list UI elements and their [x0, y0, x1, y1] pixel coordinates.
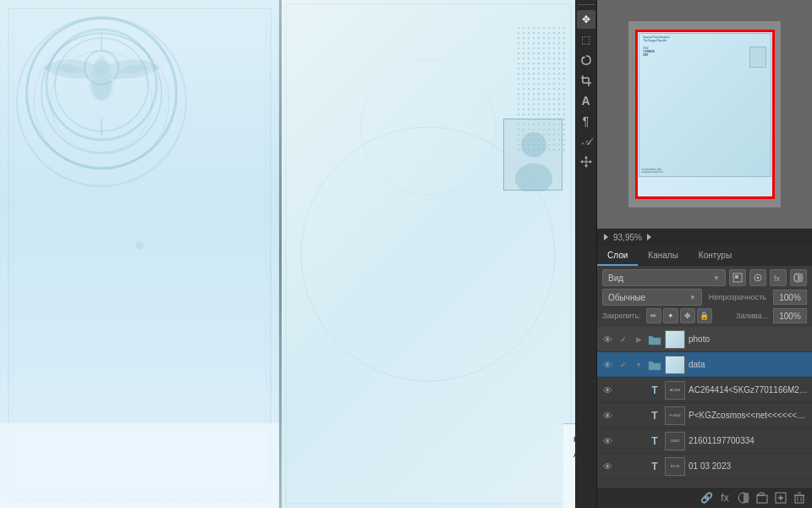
layer-name-date: 01 03 2023: [689, 461, 809, 471]
layer-item-data[interactable]: 👁 ✓ ▼ data: [597, 352, 812, 378]
layer-name-mrz-full: AC264414<5KGz7701166M23030102: [689, 385, 809, 395]
layer-name-data: data: [689, 360, 809, 369]
layer-item-date[interactable]: 👁 ✓ T 01 03 01 03 2023: [597, 454, 812, 479]
ps-toolbar: ✥ ⬚ A ¶ 𝒜: [575, 0, 597, 508]
layer-icon-btn-3[interactable]: fx: [770, 269, 787, 286]
lock-label: Закрепить:: [602, 312, 641, 320]
svg-text:fx: fx: [774, 274, 781, 283]
link-layers-button[interactable]: 🔗: [699, 490, 714, 505]
layer-folder-icon-data: [648, 358, 661, 372]
layer-name-p-line: P<KGZcosmos<<net<<<<<<<<<<<<: [689, 411, 809, 420]
transform-tool[interactable]: [577, 152, 595, 171]
mask-bottom-icon: [738, 492, 749, 504]
lock-artboard-button[interactable]: ✥: [680, 308, 695, 323]
layers-tabs: Слои Каналы Контуры: [597, 246, 812, 266]
type-tool[interactable]: A: [577, 91, 595, 110]
layer-thumb-date: 01 03: [665, 457, 685, 476]
trash-icon: [793, 492, 805, 504]
add-style-button[interactable]: fx: [717, 490, 732, 505]
layer-name-id-number: 21601197700334: [689, 436, 809, 445]
svg-marker-35: [590, 160, 592, 163]
layer-thumb-mrz-full: AC264: [665, 381, 685, 400]
layer-eye-p-line[interactable]: 👁: [601, 409, 614, 422]
new-layer-icon: [732, 273, 743, 283]
new-group-button[interactable]: [754, 490, 770, 505]
tab-channels[interactable]: Каналы: [638, 246, 689, 266]
crop-tool[interactable]: [577, 71, 595, 90]
lock-pixels-button[interactable]: ✏: [646, 308, 661, 323]
svg-marker-34: [580, 160, 583, 163]
layer-eye-data[interactable]: 👁: [601, 358, 614, 372]
opacity-field[interactable]: 100%: [773, 290, 807, 305]
svg-point-16: [94, 60, 109, 75]
layer-eye-id-number[interactable]: 👁: [601, 434, 614, 448]
kind-dropdown[interactable]: Вид ▼: [602, 269, 726, 286]
layer-type-icon-4: T: [648, 460, 661, 473]
lock-all-button[interactable]: 🔒: [697, 308, 712, 323]
layer-thumb-data: [665, 356, 685, 374]
brush-tool[interactable]: 𝒜: [577, 132, 595, 151]
layer-check-p-line: ✓: [617, 410, 629, 422]
group-icon: [756, 492, 768, 504]
photo-placeholder: [503, 119, 562, 190]
layer-eye-date[interactable]: 👁: [601, 460, 614, 473]
data-page: Жалпы жарандык паспорт / Общегражданский…: [282, 0, 575, 508]
canvas-preview[interactable]: Кыргыз Республикасы The Kyrgyz Republic …: [597, 0, 812, 229]
zoom-level: 93,95%: [613, 233, 642, 242]
svg-rect-37: [735, 275, 738, 279]
svg-marker-33: [584, 165, 588, 168]
tab-layers[interactable]: Слои: [597, 246, 638, 266]
layer-check-photo[interactable]: ✓: [617, 334, 629, 345]
layers-bottom: 🔗 fx: [597, 488, 812, 508]
layer-expand-data[interactable]: ▼: [633, 359, 645, 371]
adjustment-icon: [753, 273, 763, 283]
fill-label: Залива...: [736, 312, 768, 320]
lasso-icon: [580, 54, 592, 66]
layers-panel: Слои Каналы Контуры Вид ▼: [597, 246, 812, 508]
layer-icon-btn-2[interactable]: [749, 269, 766, 286]
layer-item-photo[interactable]: 👁 ✓ ▶ photo: [597, 327, 812, 352]
layer-icon-btn-4[interactable]: [790, 269, 807, 286]
move-tool[interactable]: ✥: [577, 10, 595, 29]
paragraph-tool[interactable]: ¶: [577, 112, 595, 130]
layer-check-date: ✓: [617, 461, 629, 472]
rectangular-marquee-tool[interactable]: ⬚: [577, 30, 595, 49]
svg-point-9: [34, 34, 169, 169]
layer-check-data[interactable]: ✓: [617, 359, 629, 371]
zoom-increase-button[interactable]: [647, 234, 651, 240]
kind-row: Вид ▼ fx: [602, 269, 807, 286]
tab-paths[interactable]: Контуры: [689, 246, 742, 266]
layers-list: 👁 ✓ ▶ photo 👁 ✓ ▼: [597, 327, 812, 488]
svg-rect-46: [757, 495, 767, 503]
delete-layer-button[interactable]: [792, 490, 807, 505]
add-mask-button[interactable]: [736, 490, 751, 505]
layer-check-id-number: ✓: [617, 435, 629, 447]
svg-line-25: [584, 57, 584, 58]
layer-eye-mrz-full[interactable]: 👁: [601, 384, 614, 397]
lock-position-button[interactable]: ✦: [663, 308, 678, 323]
layer-item-id-number[interactable]: 👁 ✓ T 21601 21601197700334: [597, 428, 812, 454]
new-layer-button[interactable]: [773, 490, 788, 505]
lasso-tool[interactable]: [577, 51, 595, 69]
kind-dropdown-arrow: ▼: [713, 274, 720, 282]
blend-mode-arrow: ▼: [689, 294, 696, 301]
fill-field[interactable]: 100%: [773, 308, 807, 323]
layer-item-mrz-full[interactable]: 👁 ✓ T AC264 AC264414<5KGz7701166M2303010…: [597, 378, 812, 403]
layer-eye-photo[interactable]: 👁: [601, 333, 614, 346]
svg-point-23: [521, 132, 546, 157]
layer-type-icon-3: T: [648, 434, 661, 448]
fx-icon: fx: [773, 273, 783, 283]
folder-icon-data: [648, 359, 661, 371]
ps-right-panel: Кыргыз Республикасы The Kyrgyz Republic …: [597, 0, 812, 508]
layer-icon-btn-1[interactable]: [729, 269, 746, 286]
zoom-bar: 93,95%: [597, 229, 812, 246]
zoom-decrease-button[interactable]: [604, 234, 608, 240]
canvas-background: Кыргыз Республикасы The Kyrgyz Republic …: [628, 21, 781, 207]
layer-thumb-photo: [665, 330, 685, 349]
svg-point-8: [17, 17, 186, 186]
layers-controls: Вид ▼ fx: [597, 266, 812, 327]
layer-expand-photo[interactable]: ▶: [633, 334, 645, 345]
svg-point-14: [135, 241, 144, 250]
layer-item-p-line[interactable]: 👁 ✓ T P<KGZ P<KGZcosmos<<net<<<<<<<<<<<<: [597, 403, 812, 428]
blend-mode-dropdown[interactable]: Обычные ▼: [602, 289, 702, 306]
